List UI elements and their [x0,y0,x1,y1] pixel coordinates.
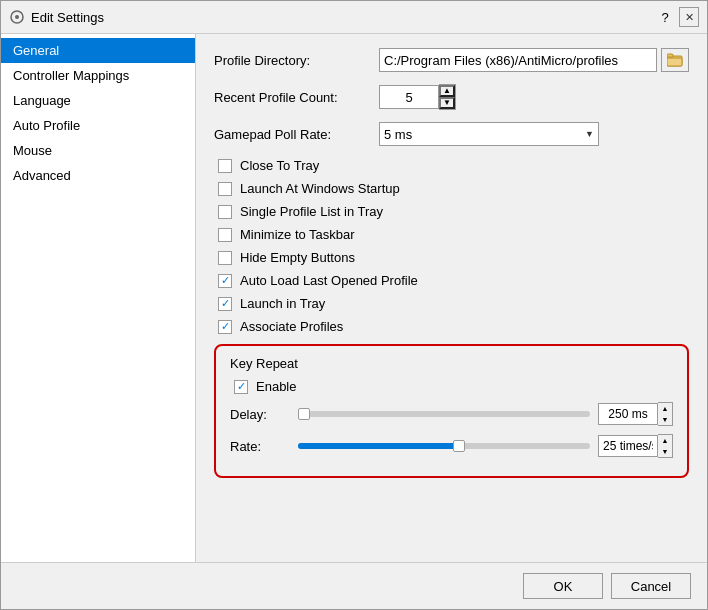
checkbox-label-minimize-to-taskbar: Minimize to Taskbar [240,227,355,242]
cancel-button[interactable]: Cancel [611,573,691,599]
checkbox-row-associate-profiles: Associate Profiles [218,319,689,334]
key-repeat-rate-input[interactable] [598,435,658,457]
content-area: GeneralController MappingsLanguageAuto P… [1,34,707,562]
checkbox-row-close-to-tray: Close To Tray [218,158,689,173]
window-title: Edit Settings [31,10,104,25]
checkbox-label-launch-in-tray: Launch in Tray [240,296,325,311]
checkbox-row-auto-load-last-opened-profile: Auto Load Last Opened Profile [218,273,689,288]
help-button[interactable]: ? [655,7,675,27]
recent-profile-count-up[interactable]: ▲ [439,85,455,97]
checkboxes-section: Close To TrayLaunch At Windows StartupSi… [214,158,689,478]
key-repeat-rate-up[interactable]: ▲ [658,435,672,446]
key-repeat-enable-checkbox[interactable] [234,380,248,394]
key-repeat-delay-label: Delay: [230,407,290,422]
app-icon [9,9,25,25]
recent-profile-count-spinner-buttons: ▲ ▼ [439,84,456,110]
checkbox-label-launch-at-windows-startup: Launch At Windows Startup [240,181,400,196]
svg-point-1 [15,15,19,19]
checkbox-row-minimize-to-taskbar: Minimize to Taskbar [218,227,689,242]
gamepad-poll-rate-dropdown-container: 1 ms 2 ms 5 ms 10 ms 15 ms 20 ms [379,122,599,146]
checkbox-label-single-profile-list-in-tray: Single Profile List in Tray [240,204,383,219]
checkbox-auto-load-last-opened-profile[interactable] [218,274,232,288]
checkbox-close-to-tray[interactable] [218,159,232,173]
key-repeat-delay-input[interactable] [598,403,658,425]
key-repeat-rate-value-wrapper: ▲▼ [598,434,673,458]
gamepad-poll-rate-row: Gamepad Poll Rate: 1 ms 2 ms 5 ms 10 ms … [214,122,689,146]
sidebar-item-advanced[interactable]: Advanced [1,163,195,188]
sidebar-item-mouse[interactable]: Mouse [1,138,195,163]
key-repeat-enable-row: Enable [234,379,673,394]
folder-icon [667,53,683,67]
checkbox-row-launch-at-windows-startup: Launch At Windows Startup [218,181,689,196]
checkbox-label-auto-load-last-opened-profile: Auto Load Last Opened Profile [240,273,418,288]
checkbox-associate-profiles[interactable] [218,320,232,334]
checkbox-launch-at-windows-startup[interactable] [218,182,232,196]
checkbox-row-launch-in-tray: Launch in Tray [218,296,689,311]
gamepad-poll-rate-label: Gamepad Poll Rate: [214,127,379,142]
sidebar-item-general[interactable]: General [1,38,195,63]
checkbox-hide-empty-buttons[interactable] [218,251,232,265]
key-repeat-section: Key RepeatEnableDelay:▲▼Rate:▲▼ [214,344,689,478]
key-repeat-delay-row: Delay:▲▼ [230,402,673,426]
sidebar-item-auto-profile[interactable]: Auto Profile [1,113,195,138]
key-repeat-delay-value-wrapper: ▲▼ [598,402,673,426]
title-bar-left: Edit Settings [9,9,104,25]
key-repeat-delay-up[interactable]: ▲ [658,403,672,414]
title-bar-buttons: ? ✕ [655,7,699,27]
gamepad-poll-rate-dropdown[interactable]: 1 ms 2 ms 5 ms 10 ms 15 ms 20 ms [379,122,599,146]
key-repeat-delay-down[interactable]: ▼ [658,414,672,425]
checkbox-launch-in-tray[interactable] [218,297,232,311]
checkbox-label-associate-profiles: Associate Profiles [240,319,343,334]
recent-profile-count-input[interactable] [379,85,439,109]
ok-button[interactable]: OK [523,573,603,599]
title-bar: Edit Settings ? ✕ [1,1,707,34]
profile-directory-label: Profile Directory: [214,53,379,68]
checkbox-minimize-to-taskbar[interactable] [218,228,232,242]
key-repeat-rate-label: Rate: [230,439,290,454]
key-repeat-rate-spinner: ▲▼ [658,434,673,458]
checkbox-row-hide-empty-buttons: Hide Empty Buttons [218,250,689,265]
key-repeat-delay-spinner: ▲▼ [658,402,673,426]
recent-profile-count-down[interactable]: ▼ [439,97,455,109]
profile-directory-row: Profile Directory: [214,48,689,72]
key-repeat-rate-row: Rate:▲▼ [230,434,673,458]
svg-rect-3 [667,58,682,66]
main-panel: Profile Directory: Recent Profile Count: [196,34,707,562]
browse-folder-button[interactable] [661,48,689,72]
key-repeat-delay-track[interactable] [298,411,590,417]
recent-profile-count-spinner: ▲ ▼ [379,84,456,110]
sidebar-item-language[interactable]: Language [1,88,195,113]
checkbox-row-single-profile-list-in-tray: Single Profile List in Tray [218,204,689,219]
key-repeat-title: Key Repeat [230,356,673,371]
key-repeat-rate-track[interactable] [298,443,590,449]
recent-profile-count-label: Recent Profile Count: [214,90,379,105]
key-repeat-enable-label: Enable [256,379,296,394]
window: Edit Settings ? ✕ GeneralController Mapp… [0,0,708,610]
checkbox-single-profile-list-in-tray[interactable] [218,205,232,219]
sidebar: GeneralController MappingsLanguageAuto P… [1,34,196,562]
close-button[interactable]: ✕ [679,7,699,27]
svg-rect-4 [667,54,673,57]
footer: OK Cancel [1,562,707,609]
checkbox-label-hide-empty-buttons: Hide Empty Buttons [240,250,355,265]
key-repeat-rate-down[interactable]: ▼ [658,446,672,457]
recent-profile-count-row: Recent Profile Count: ▲ ▼ [214,84,689,110]
profile-directory-input[interactable] [379,48,657,72]
checkbox-label-close-to-tray: Close To Tray [240,158,319,173]
sidebar-item-controller-mappings[interactable]: Controller Mappings [1,63,195,88]
